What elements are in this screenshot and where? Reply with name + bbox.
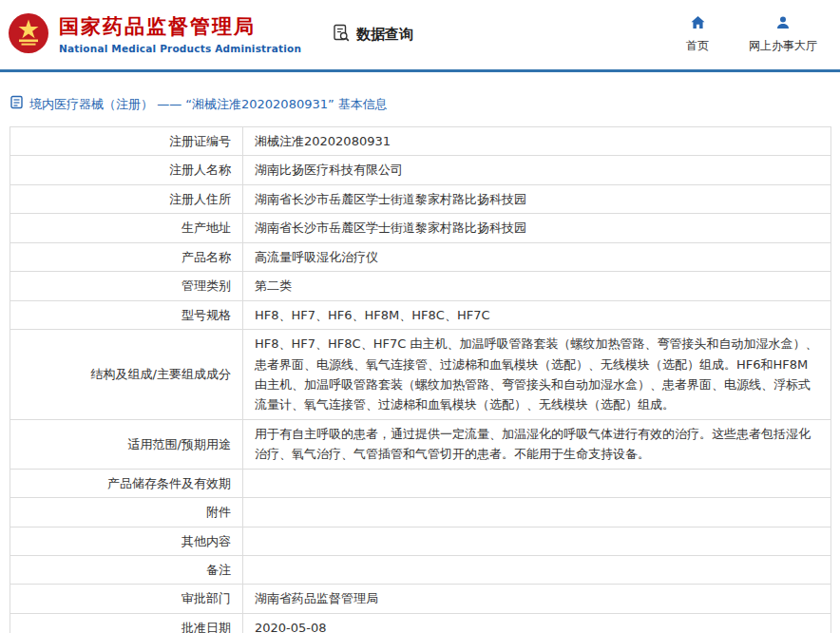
nav-item-home[interactable]: 首页 [686,15,709,54]
table-row: 批准日期2020-05-08 [10,613,831,633]
table-row: 备注 [10,556,831,585]
row-label: 生产地址 [10,214,243,242]
row-label: 结构及组成/主要组成成分 [10,330,243,420]
table-row: 审批部门湖南省药品监督管理局 [10,585,831,613]
nav-home-label: 首页 [686,38,709,54]
agency-title-block: 国家药品监督管理局 National Medical Products Admi… [59,15,301,53]
agency-name-en: National Medical Products Administration [59,43,301,54]
table-row: 结构及组成/主要组成成分HF8、HF7、HF8C、HF7C 由主机、加温呼吸管路… [10,330,831,420]
row-value: 湖南省长沙市岳麓区学士街道黎家村路比扬科技园 [243,214,831,242]
table-row: 产品储存条件及有效期 [10,469,831,497]
row-label: 管理类别 [10,272,243,300]
agency-name-cn: 国家药品监督管理局 [59,15,301,39]
table-row: 型号规格HF8、HF7、HF6、HF8M、HF8C、HF7C [10,300,831,329]
row-value: 湖南省药品监督管理局 [243,585,831,613]
row-value: 湖南省长沙市岳麓区学士街道黎家村路比扬科技园 [243,184,831,213]
row-value: 湖南比扬医疗科技有限公司 [243,156,831,184]
row-label: 审批部门 [10,585,243,613]
row-value: 湘械注准20202080931 [243,127,831,156]
nmpa-emblem-logo [8,12,49,58]
data-query-label: 数据查询 [356,26,413,44]
nav-item-service-hall[interactable]: 网上办事大厅 [749,15,817,54]
row-label: 附件 [10,498,243,527]
home-icon [690,15,706,34]
table-row: 生产地址湖南省长沙市岳麓区学士街道黎家村路比扬科技园 [10,214,831,242]
table-row: 注册人住所湖南省长沙市岳麓区学士街道黎家村路比扬科技园 [10,184,831,213]
row-value: 第二类 [243,272,831,300]
row-value [243,469,831,497]
row-label: 批准日期 [10,613,243,633]
row-value: HF8、HF7、HF6、HF8M、HF8C、HF7C [243,300,831,329]
data-query-icon [332,24,351,47]
row-value: 2020-05-08 [243,613,831,633]
header-nav: 首页 网上办事大厅 [686,15,817,54]
row-label: 注册证编号 [10,127,243,156]
table-row: 管理类别第二类 [10,272,831,300]
table-row: 注册证编号湘械注准20202080931 [10,127,831,156]
info-table-body: 注册证编号湘械注准20202080931注册人名称湖南比扬医疗科技有限公司注册人… [10,127,831,633]
page-title: 境内医疗器械（注册） —— “湘械注准20202080931” 基本信息 [29,96,388,113]
row-value [243,498,831,527]
row-label: 注册人住所 [10,184,243,213]
table-row: 其他内容 [10,527,831,555]
table-row: 附件 [10,498,831,527]
row-label: 注册人名称 [10,156,243,184]
row-value: 高流量呼吸湿化治疗仪 [243,242,831,271]
row-label: 其他内容 [10,527,243,555]
row-value: HF8、HF7、HF8C、HF7C 由主机、加温呼吸管路套装（螺纹加热管路、弯管… [243,330,831,420]
row-label: 型号规格 [10,300,243,329]
row-label: 产品名称 [10,242,243,271]
row-value [243,527,831,555]
row-label: 适用范围/预期用途 [10,419,243,469]
document-icon [10,95,24,113]
registration-info-table: 注册证编号湘械注准20202080931注册人名称湖南比扬医疗科技有限公司注册人… [10,126,831,633]
site-header: 国家药品监督管理局 National Medical Products Admi… [0,0,840,72]
row-label: 备注 [10,556,243,585]
row-label: 产品储存条件及有效期 [10,469,243,497]
nav-hall-label: 网上办事大厅 [749,38,817,54]
table-row: 适用范围/预期用途用于有自主呼吸的患者，通过提供一定流量、加温湿化的呼吸气体进行… [10,419,831,469]
page-title-bar: 境内医疗器械（注册） —— “湘械注准20202080931” 基本信息 [10,95,840,113]
table-row: 产品名称高流量呼吸湿化治疗仪 [10,242,831,271]
row-value: 用于有自主呼吸的患者，通过提供一定流量、加温湿化的呼吸气体进行有效的治疗。这些患… [243,419,831,469]
data-query-nav[interactable]: 数据查询 [332,24,413,47]
person-icon [775,15,791,34]
row-value [243,556,831,585]
table-row: 注册人名称湖南比扬医疗科技有限公司 [10,156,831,184]
